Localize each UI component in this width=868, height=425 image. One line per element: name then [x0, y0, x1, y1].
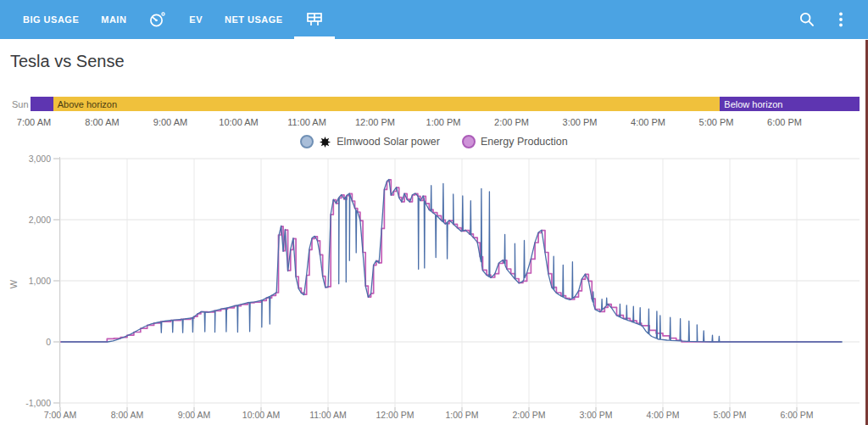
legend-marker [300, 135, 314, 148]
y-tick-label: 2,000 [29, 215, 51, 225]
x-tick-label: 1:00 PM [445, 410, 478, 420]
sun-segment-0 [31, 97, 53, 111]
tab-ev[interactable]: EV [178, 0, 214, 39]
x-tick-label: 7:00 AM [44, 410, 77, 420]
y-tick-label: 3,000 [29, 154, 51, 164]
x-tick-label: 4:00 PM [646, 410, 679, 420]
nav-actions [797, 0, 868, 39]
search-icon [798, 11, 815, 28]
sun-horizon-bar: Above horizonBelow horizon [31, 97, 860, 111]
x-tick-label: 11:00 AM [309, 410, 347, 420]
kebab-menu-icon [838, 11, 843, 28]
sun-segment-above-horizon: Above horizon [53, 97, 721, 111]
sun-axis-tick-label: 8:00 AM [85, 117, 119, 127]
y-tick-label: 0 [46, 337, 51, 347]
tab-label: MAIN [101, 14, 126, 25]
sun-axis-tick-label: 5:00 PM [699, 117, 734, 127]
page-title: Tesla vs Sense [10, 52, 125, 71]
x-tick-label: 6:00 PM [780, 410, 813, 420]
x-tick-label: 8:00 AM [111, 410, 144, 420]
sun-axis-tick-label: 11:00 AM [287, 117, 326, 127]
search-button[interactable] [797, 9, 817, 30]
nav-tabs: BIG USAGEMAINEVNET USAGE [0, 0, 335, 39]
tab-main[interactable]: MAIN [90, 0, 137, 39]
sun-axis-tick-label: 1:00 PM [426, 117, 461, 127]
sun-axis-tick-label: 3:00 PM [563, 117, 598, 127]
elmwood-solar-power-line [61, 180, 843, 343]
sun-axis-tick-label: 2:00 PM [494, 117, 529, 127]
sun-segment-label: Below horizon [720, 99, 782, 109]
legend-item-energy-production[interactable]: Energy Production [462, 135, 568, 148]
sun-axis-tick-label: 12:00 PM [355, 117, 395, 127]
x-tick-label: 12:00 PM [376, 410, 415, 420]
tab-net-usage[interactable]: NET USAGE [214, 0, 294, 39]
x-tick-label: 5:00 PM [713, 410, 746, 420]
gauge-icon [148, 11, 167, 28]
tab-meter[interactable] [137, 0, 178, 39]
sun-segment-label: Above horizon [53, 99, 117, 109]
solar-panel-icon [305, 11, 324, 28]
tab-solar[interactable] [294, 0, 335, 39]
solar-power-chart[interactable]: 3,0002,0001,0000-1,0007:00 AM8:00 AM9:00… [0, 153, 868, 425]
sun-band-caption: Sun [12, 99, 29, 109]
x-tick-label: 9:00 AM [178, 410, 211, 420]
x-tick-label: 2:00 PM [512, 410, 545, 420]
legend-marker [462, 135, 476, 148]
sun-axis-tick-label: 9:00 AM [153, 117, 187, 127]
sun-axis-tick-label: 7:00 AM [17, 117, 51, 127]
legend-label: Energy Production [481, 136, 568, 148]
sun-axis: 7:00 AM8:00 AM9:00 AM10:00 AM11:00 AM12:… [0, 117, 868, 129]
tab-label: EV [189, 14, 203, 25]
y-tick-label: 1,000 [29, 276, 51, 286]
black-sun-icon [319, 136, 331, 148]
legend-label: Elmwood Solar power [337, 136, 440, 148]
tab-label: BIG USAGE [23, 14, 79, 25]
tab-big-usage[interactable]: BIG USAGE [12, 0, 90, 39]
top-nav: BIG USAGEMAINEVNET USAGE [0, 0, 868, 39]
energy-production-line [60, 180, 842, 342]
more-button[interactable] [831, 9, 851, 30]
x-tick-label: 3:00 PM [579, 410, 612, 420]
y-axis-title: W [8, 279, 19, 288]
x-tick-label: 10:00 AM [242, 410, 280, 420]
sun-segment-below-horizon: Below horizon [720, 97, 860, 111]
legend-item-elmwood-solar-power[interactable]: Elmwood Solar power [300, 135, 440, 148]
chart-legend: Elmwood Solar powerEnergy Production [0, 135, 868, 148]
sun-axis-tick-label: 10:00 AM [219, 117, 258, 127]
sun-axis-tick-label: 6:00 PM [767, 117, 802, 127]
sun-axis-tick-label: 4:00 PM [631, 117, 665, 127]
y-tick-label: -1,000 [25, 398, 51, 408]
tab-label: NET USAGE [225, 14, 283, 25]
